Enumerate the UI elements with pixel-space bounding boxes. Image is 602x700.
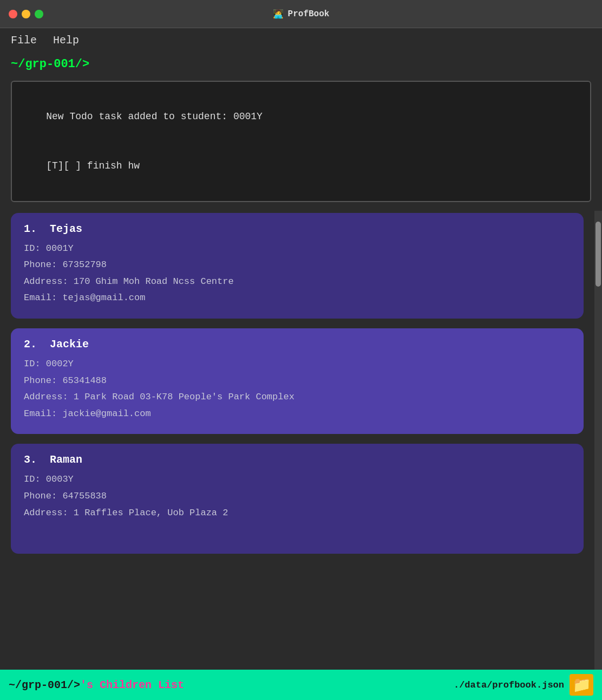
output-line1: New Todo task added to student: 0001Y [46,111,263,122]
student-3-id: ID: 0003Y [24,471,571,488]
file-path: ./data/profbook.json [454,680,564,690]
bottom-bar-right: ./data/profbook.json [454,674,593,696]
app-name: ProfBook [288,9,330,19]
student-3-name: 3. Raman [24,453,571,466]
student-3-phone: Phone: 64755838 [24,488,571,505]
bottom-bar: ~/grp-001/>'s Children List ./data/profb… [0,670,602,700]
close-button[interactable] [9,10,17,18]
menu-file[interactable]: File [11,34,37,47]
student-1-name: 1. Tejas [24,223,571,235]
main-content: 1. Tejas ID: 0001Y Phone: 67352798 Addre… [0,211,602,670]
output-line2: [T][ ] finish hw [46,160,140,171]
prompt-line: ~/grp-001/> [0,52,602,76]
bottom-highlight: 's Children List [80,679,184,691]
menu-help[interactable]: Help [53,34,79,47]
traffic-lights [9,10,43,18]
student-1-id: ID: 0001Y [24,241,571,257]
app-title: 🧑‍💻 ProfBook [273,9,330,20]
student-card-3: 3. Raman ID: 0003Y Phone: 64755838 Addre… [11,444,584,554]
scrollbar-thumb[interactable] [596,222,601,287]
title-bar: 🧑‍💻 ProfBook [0,0,602,28]
student-2-id: ID: 0002Y [24,356,571,373]
bottom-bar-left: ~/grp-001/>'s Children List [9,679,184,691]
student-1-address: Address: 170 Ghim Moh Road Ncss Centre [24,274,571,290]
scrollbar-track[interactable] [594,211,602,670]
cards-area[interactable]: 1. Tejas ID: 0001Y Phone: 67352798 Addre… [0,211,594,670]
folder-icon [570,674,593,696]
student-card-2: 2. Jackie ID: 0002Y Phone: 65341488 Addr… [11,328,584,434]
menu-bar: File Help [0,28,602,52]
student-2-email: Email: jackie@gmail.com [24,406,571,423]
student-2-name: 2. Jackie [24,338,571,351]
output-box: New Todo task added to student: 0001Y [T… [11,81,591,202]
student-card-1: 1. Tejas ID: 0001Y Phone: 67352798 Addre… [11,213,584,319]
student-2-phone: Phone: 65341488 [24,373,571,390]
prompt-text: ~/grp-001/> [11,57,89,71]
maximize-button[interactable] [35,10,43,18]
student-1-phone: Phone: 67352798 [24,257,571,274]
minimize-button[interactable] [22,10,30,18]
student-1-email: Email: tejas@gmail.com [24,290,571,307]
student-3-address: Address: 1 Raffles Place, Uob Plaza 2 [24,505,571,522]
student-2-address: Address: 1 Park Road 03-K78 People's Par… [24,389,571,406]
app-icon: 🧑‍💻 [273,9,284,20]
bottom-prefix: ~/grp-001/> [9,679,80,691]
output-text: New Todo task added to student: 0001Y [T… [23,92,579,191]
